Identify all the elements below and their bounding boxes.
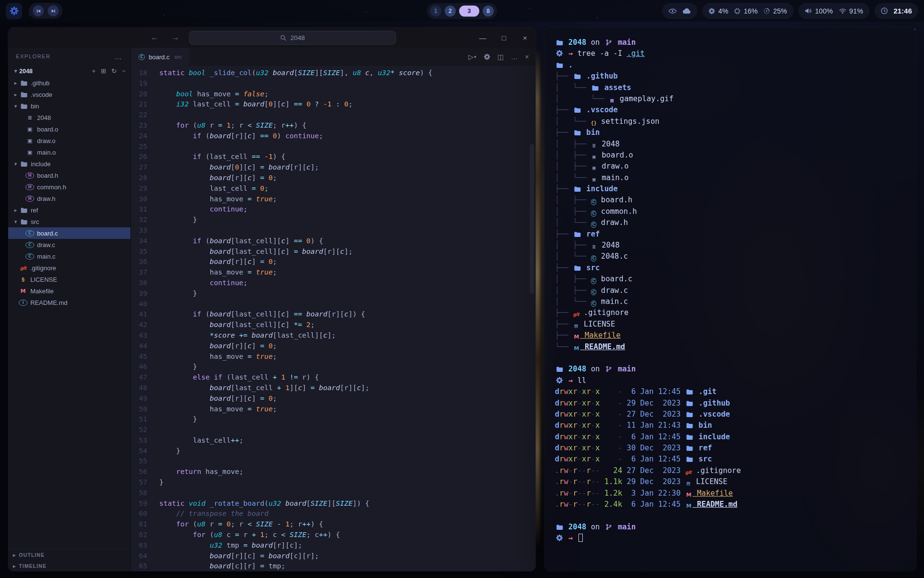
code-line[interactable]: 53 last_cell++;	[131, 435, 536, 446]
settings-gear-icon[interactable]	[484, 53, 490, 60]
outline-section[interactable]: ▸ OUTLINE	[8, 549, 130, 560]
code-line[interactable]: 21 i32 last_cell = board[0][c] == 0 ? -1…	[131, 99, 536, 110]
run-button[interactable]: ▷▾	[468, 53, 476, 61]
code-line[interactable]: 32 }	[131, 215, 536, 225]
explorer-item-main.o[interactable]: ▣main.o	[8, 146, 130, 158]
code-line[interactable]: 58	[131, 488, 536, 499]
code-line[interactable]: 50 has_move = true;	[131, 404, 536, 415]
code-line[interactable]: 44 board[r][c] = 0;	[131, 341, 536, 352]
close-editor-icon[interactable]: ×	[525, 53, 529, 61]
minimize-button[interactable]: —	[472, 27, 493, 48]
clock-widget[interactable]: 21:46	[874, 3, 918, 19]
explorer-item-LICENSE[interactable]: §LICENSE	[8, 274, 130, 285]
code-line[interactable]: 62 for (u8 c = r + 1; c < SIZE; c++) {	[131, 530, 536, 540]
code-line[interactable]: 33	[131, 225, 536, 236]
maximize-button[interactable]: □	[493, 27, 514, 48]
explorer-item-board.c[interactable]: Cboard.c	[8, 227, 130, 239]
code-line[interactable]: 45 has_move = true;	[131, 352, 536, 362]
audio-network-widget[interactable]: 100% 91%	[798, 3, 870, 19]
nav-back-icon[interactable]: ←	[148, 33, 162, 42]
workspace-8[interactable]: 8	[483, 5, 494, 16]
editor-scrollbar[interactable]	[530, 69, 534, 568]
workspace-3[interactable]: 3	[459, 5, 479, 16]
code-line[interactable]: 48 board[last_cell + 1][c] = board[r][c]…	[131, 383, 536, 394]
code-line[interactable]: 20 bool has_move = false;	[131, 89, 536, 100]
titlebar[interactable]: ← → 2048 — □ ×	[8, 27, 536, 48]
code-line[interactable]: 54 }	[131, 446, 536, 457]
code-line[interactable]: 59static void _rotate_board(u32 board[SI…	[131, 499, 536, 509]
explorer-item-.vscode[interactable]: ▸.vscode	[8, 89, 130, 100]
code-line[interactable]: 65 board[c][r] = tmp;	[131, 561, 536, 571]
skip-back-button[interactable]	[33, 5, 44, 16]
split-editor-icon[interactable]: ◫	[498, 53, 504, 61]
code-line[interactable]: 64 board[r][c] = board[c][r];	[131, 551, 536, 562]
code-line[interactable]: 56 return has_move;	[131, 467, 536, 477]
code-line[interactable]: 40	[131, 299, 536, 310]
code-line[interactable]: 51 }	[131, 414, 536, 425]
code-line[interactable]: 57}	[131, 477, 536, 488]
code-line[interactable]: 26 if (last_cell == -1) {	[131, 152, 536, 162]
more-actions-icon[interactable]: …	[511, 53, 518, 61]
explorer-item-draw.o[interactable]: ▣draw.o	[8, 135, 130, 146]
code-line[interactable]: 43 *score += board[last_cell][c];	[131, 330, 536, 341]
workspace-2[interactable]: 2	[445, 5, 456, 16]
close-button[interactable]: ×	[514, 27, 536, 48]
code-line[interactable]: 63 u32 tmp = board[r][c];	[131, 540, 536, 551]
code-line[interactable]: 19	[131, 79, 536, 89]
explorer-item-main.c[interactable]: Cmain.c	[8, 250, 130, 262]
code-line[interactable]: 18static bool _slide_col(u32 board[SIZE]…	[131, 68, 536, 79]
scrollbar-thumb[interactable]	[530, 144, 534, 294]
explorer-item-Makefile[interactable]: MMakefile	[8, 285, 130, 297]
new-file-icon[interactable]: +	[92, 67, 96, 75]
tab-board.c[interactable]: C board.c src	[131, 48, 190, 66]
code-line[interactable]: 49 board[r][c] = 0;	[131, 394, 536, 404]
explorer-item-2048[interactable]: ≣2048	[8, 112, 130, 123]
explorer-item-.gitignore[interactable]: git.gitignore	[8, 262, 130, 274]
new-folder-icon[interactable]: ⊞	[101, 67, 106, 75]
collapse-all-icon[interactable]: −	[122, 67, 126, 75]
code-line[interactable]: 52	[131, 425, 536, 435]
weather-widget[interactable]	[662, 3, 697, 19]
timeline-section[interactable]: ▸ TIMELINE	[8, 560, 130, 571]
code-line[interactable]: 38 continue;	[131, 278, 536, 289]
code-line[interactable]: 29 last_cell = 0;	[131, 184, 536, 194]
code-line[interactable]: 55	[131, 456, 536, 467]
code-line[interactable]: 39 }	[131, 289, 536, 299]
code-line[interactable]: 41 if (board[last_cell][c] == board[r][c…	[131, 309, 536, 320]
code-line[interactable]: 31 continue;	[131, 204, 536, 215]
code-line[interactable]: 23 for (u8 r = 1; r < SIZE; r++) {	[131, 120, 536, 131]
skip-forward-button[interactable]	[48, 5, 59, 16]
code-line[interactable]: 24 if (board[r][c] == 0) continue;	[131, 131, 536, 142]
code-line[interactable]: 25	[131, 142, 536, 152]
explorer-item-draw.c[interactable]: Cdraw.c	[8, 239, 130, 250]
workspace-1[interactable]: 1	[430, 5, 441, 16]
explorer-item-draw.h[interactable]: Hdraw.h	[8, 193, 130, 204]
code-line[interactable]: 60 // transpose the board	[131, 509, 536, 519]
system-stats-widget[interactable]: 4% 16% 25%	[702, 3, 793, 19]
app-launcher[interactable]	[6, 3, 22, 19]
code-line[interactable]: 42 board[last_cell][c] *= 2;	[131, 320, 536, 330]
explorer-item-.github[interactable]: ▸.github	[8, 77, 130, 89]
code-line[interactable]: 37 has_move = true;	[131, 267, 536, 278]
explorer-item-src[interactable]: ▾src	[8, 216, 130, 227]
explorer-root-folder[interactable]: ▾ 2048 + ⊞ ↻ −	[8, 65, 130, 77]
code-editor[interactable]: 18static bool _slide_col(u32 board[SIZE]…	[131, 66, 536, 571]
code-line[interactable]: 47 else if (last_cell + 1 != r) {	[131, 372, 536, 383]
refresh-icon[interactable]: ↻	[112, 67, 117, 75]
code-line[interactable]: 34 if (board[last_cell][c] == 0) {	[131, 236, 536, 247]
code-line[interactable]: 36 board[r][c] = 0;	[131, 257, 536, 267]
explorer-item-bin[interactable]: ▾bin	[8, 100, 130, 112]
terminal-window[interactable]: 2048 on main → tree -a -I .git .├── .git…	[544, 27, 916, 571]
code-line[interactable]: 61 for (u8 r = 0; r < SIZE - 1; r++) {	[131, 519, 536, 530]
command-center-search[interactable]: 2048	[189, 31, 396, 45]
explorer-item-board.h[interactable]: Hboard.h	[8, 170, 130, 181]
explorer-item-common.h[interactable]: Hcommon.h	[8, 181, 130, 193]
nav-forward-icon[interactable]: →	[168, 33, 182, 42]
code-line[interactable]: 46 }	[131, 362, 536, 372]
code-line[interactable]: 30 has_move = true;	[131, 194, 536, 205]
explorer-item-board.o[interactable]: ▣board.o	[8, 123, 130, 135]
code-line[interactable]: 35 board[last_cell][c] = board[r][c];	[131, 247, 536, 257]
code-line[interactable]: 27 board[0][c] = board[r][c];	[131, 162, 536, 173]
explorer-more-icon[interactable]: …	[115, 53, 123, 61]
explorer-item-README.md[interactable]: iREADME.md	[8, 297, 130, 308]
